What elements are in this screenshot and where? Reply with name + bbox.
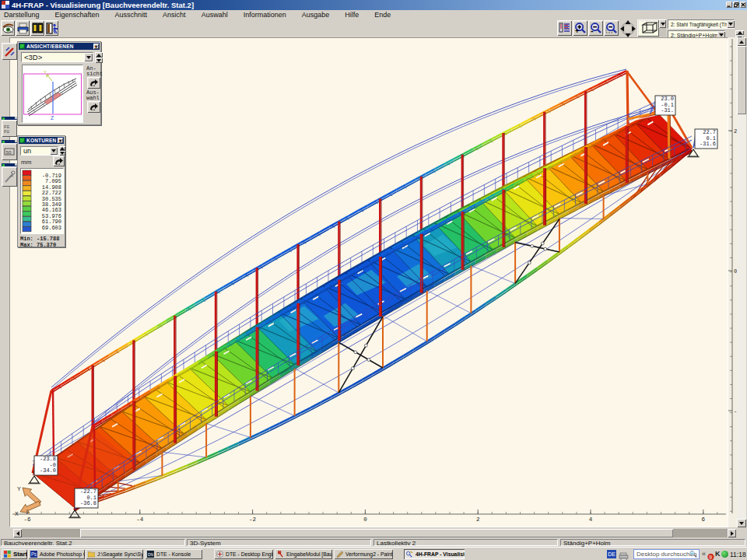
svg-text:4: 4 (589, 516, 593, 523)
svg-text:X: X (15, 510, 19, 517)
svg-text:Y: Y (44, 70, 47, 75)
svg-text:9: 9 (709, 555, 712, 560)
svg-text:+: + (575, 27, 579, 34)
svg-text:69.603: 69.603 (42, 225, 61, 231)
svg-text:-4: -4 (136, 516, 144, 523)
svg-text:-34.0: -34.0 (40, 467, 56, 474)
svg-text:FU: FU (4, 129, 10, 133)
svg-text:-36.8: -36.8 (80, 500, 96, 506)
svg-text:-2: -2 (249, 516, 256, 523)
svg-text:0: 0 (363, 516, 367, 523)
svg-text:Z: Z (51, 115, 54, 121)
svg-text:2: 2 (476, 516, 480, 523)
svg-text:6: 6 (702, 516, 706, 523)
svg-text:SO: SO (6, 150, 12, 156)
svg-text:-31.6: -31.6 (700, 141, 716, 147)
svg-text:-31.: -31. (661, 107, 674, 114)
svg-text:Ps: Ps (31, 551, 37, 557)
svg-text:Y: Y (17, 485, 21, 492)
svg-text:DN: DN (148, 553, 154, 557)
svg-text:-6: -6 (23, 516, 31, 523)
svg-text:-: - (591, 26, 594, 34)
